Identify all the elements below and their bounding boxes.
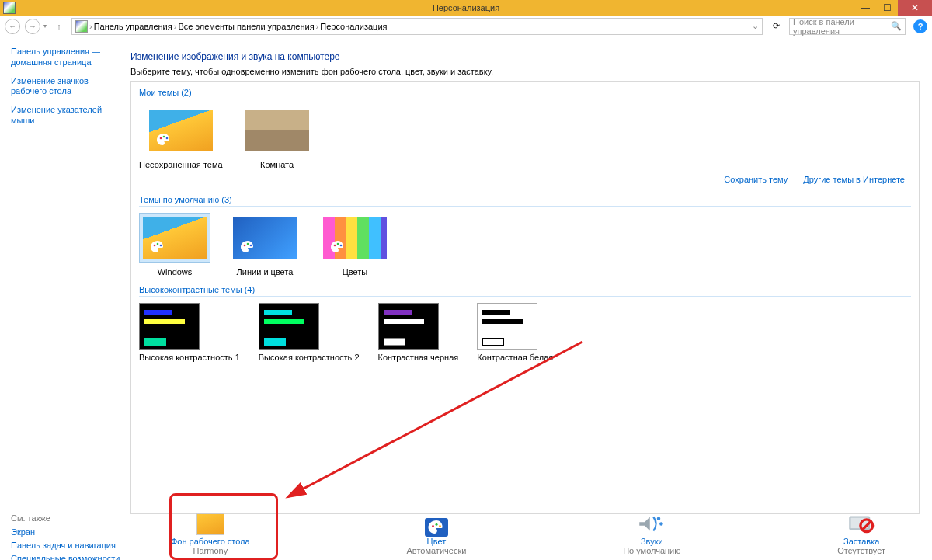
bot-desc: Автоматически bbox=[406, 546, 466, 555]
sidebar: Панель управления — домашняя страница Из… bbox=[0, 37, 124, 513]
page-heading: Изменение изображения и звука на компьют… bbox=[130, 51, 920, 62]
bot-label: Заставка bbox=[837, 537, 885, 546]
theme-hc1[interactable]: Высокая контрастность 1 bbox=[139, 303, 240, 363]
chevron-icon: › bbox=[174, 22, 177, 31]
location-icon bbox=[75, 20, 88, 33]
see-also-accessibility[interactable]: Специальные возможности bbox=[11, 554, 124, 560]
theme-label: Цветы bbox=[319, 267, 391, 277]
sounds-button[interactable]: Звуки По умолчанию bbox=[623, 513, 680, 555]
bot-label: Звуки bbox=[623, 537, 680, 546]
refresh-button[interactable]: ⟳ bbox=[767, 18, 784, 35]
more-themes-link[interactable]: Другие темы в Интернете bbox=[803, 175, 905, 184]
chevron-icon: › bbox=[89, 22, 92, 31]
color-icon bbox=[423, 513, 450, 535]
nav-back-button[interactable]: ← bbox=[5, 19, 20, 34]
svg-point-2 bbox=[165, 137, 168, 140]
svg-point-16 bbox=[657, 517, 661, 521]
bot-desc: Отсутствует bbox=[837, 546, 885, 555]
theme-label: Контрастная белая bbox=[477, 353, 553, 363]
address-bar: ← → ▾ ↑ › Панель управления › Все элемен… bbox=[0, 16, 932, 37]
nav-history-dropdown[interactable]: ▾ bbox=[43, 23, 47, 30]
svg-point-11 bbox=[340, 245, 343, 247]
svg-point-6 bbox=[244, 245, 246, 247]
search-icon: 🔍 bbox=[891, 21, 902, 31]
svg-point-3 bbox=[154, 245, 156, 247]
svg-point-13 bbox=[432, 525, 434, 527]
theme-label: Windows bbox=[139, 267, 210, 277]
svg-point-9 bbox=[334, 245, 336, 247]
theme-lines[interactable]: Линии и цвета bbox=[229, 213, 301, 277]
app-icon bbox=[3, 2, 16, 14]
theme-unsaved[interactable]: Несохраненная тема bbox=[139, 106, 223, 170]
see-also-taskbar[interactable]: Панель задач и навигация bbox=[11, 541, 124, 550]
search-placeholder: Поиск в панели управления bbox=[793, 17, 891, 36]
theme-hc2[interactable]: Высокая контрастность 2 bbox=[259, 303, 360, 363]
theme-label: Несохраненная тема bbox=[139, 160, 223, 170]
screensaver-icon bbox=[847, 513, 875, 535]
theme-room[interactable]: Комната bbox=[242, 106, 313, 170]
help-button[interactable]: ? bbox=[913, 19, 927, 33]
see-also-header: См. также bbox=[11, 513, 124, 523]
svg-point-10 bbox=[337, 243, 339, 245]
save-theme-link[interactable]: Сохранить тему bbox=[724, 175, 788, 184]
breadcrumb-item[interactable]: Все элементы панели управления bbox=[178, 22, 314, 31]
close-button[interactable]: ✕ bbox=[898, 0, 932, 16]
minimize-button[interactable]: — bbox=[854, 0, 876, 16]
group-my-themes: Мои темы (2) bbox=[139, 85, 911, 99]
svg-point-0 bbox=[159, 137, 162, 140]
svg-point-15 bbox=[439, 525, 441, 527]
bottom-bar: См. также Экран Панель задач и навигация… bbox=[0, 513, 932, 560]
theme-hc-black[interactable]: Контрастная черная bbox=[378, 303, 459, 363]
group-default-themes: Темы по умолчанию (3) bbox=[139, 192, 911, 207]
bot-label: Цвет bbox=[406, 537, 466, 546]
window-title: Персонализация bbox=[433, 3, 499, 12]
page-subtext: Выберите тему, чтобы одновременно измени… bbox=[130, 67, 920, 76]
bot-desc: По умолчанию bbox=[623, 546, 680, 555]
main-content: Изменение изображения и звука на компьют… bbox=[124, 37, 932, 513]
see-also-display[interactable]: Экран bbox=[11, 527, 124, 537]
sidebar-item-mouse-pointers[interactable]: Изменение указателей мыши bbox=[11, 105, 120, 127]
themes-panel: Мои темы (2) Несохраненная тема Комната … bbox=[130, 81, 920, 514]
group-hc-themes: Высококонтрастные темы (4) bbox=[139, 282, 911, 297]
search-input[interactable]: Поиск в панели управления 🔍 bbox=[789, 18, 906, 35]
annotation-highlight bbox=[169, 493, 278, 560]
sidebar-item-desktop-icons[interactable]: Изменение значков рабочего стола bbox=[11, 76, 120, 98]
theme-label: Высокая контрастность 1 bbox=[139, 353, 240, 363]
title-bar: Персонализация — ☐ ✕ bbox=[0, 0, 932, 16]
sounds-icon bbox=[638, 513, 666, 535]
breadcrumb[interactable]: › Панель управления › Все элементы панел… bbox=[71, 18, 763, 35]
theme-label: Контрастная черная bbox=[378, 353, 459, 363]
theme-flowers[interactable]: Цветы bbox=[319, 213, 391, 277]
svg-point-4 bbox=[157, 243, 159, 245]
color-button[interactable]: Цвет Автоматически bbox=[406, 513, 466, 555]
chevron-icon: › bbox=[316, 22, 319, 31]
theme-windows[interactable]: Windows bbox=[139, 213, 210, 277]
nav-forward-button[interactable]: → bbox=[25, 19, 40, 34]
svg-point-14 bbox=[435, 523, 437, 526]
theme-label: Высокая контрастность 2 bbox=[259, 353, 360, 363]
theme-hc-white[interactable]: Контрастная белая bbox=[477, 303, 553, 363]
nav-up-button[interactable]: ↑ bbox=[51, 19, 67, 34]
sidebar-home-link[interactable]: Панель управления — домашняя страница bbox=[11, 47, 120, 68]
breadcrumb-item[interactable]: Персонализация bbox=[320, 22, 387, 31]
svg-point-8 bbox=[250, 245, 252, 247]
screensaver-button[interactable]: Заставка Отсутствует bbox=[837, 513, 885, 555]
breadcrumb-dropdown-icon[interactable]: ⌄ bbox=[752, 21, 759, 31]
theme-label: Комната bbox=[242, 160, 313, 170]
maximize-button[interactable]: ☐ bbox=[876, 0, 898, 16]
svg-point-7 bbox=[247, 243, 249, 245]
see-also: См. также Экран Панель задач и навигация… bbox=[0, 513, 124, 560]
svg-point-17 bbox=[659, 522, 663, 526]
theme-label: Линии и цвета bbox=[229, 267, 301, 277]
svg-point-5 bbox=[160, 245, 162, 247]
breadcrumb-item[interactable]: Панель управления bbox=[94, 22, 172, 31]
svg-point-1 bbox=[162, 136, 165, 138]
window-buttons: — ☐ ✕ bbox=[854, 0, 932, 16]
